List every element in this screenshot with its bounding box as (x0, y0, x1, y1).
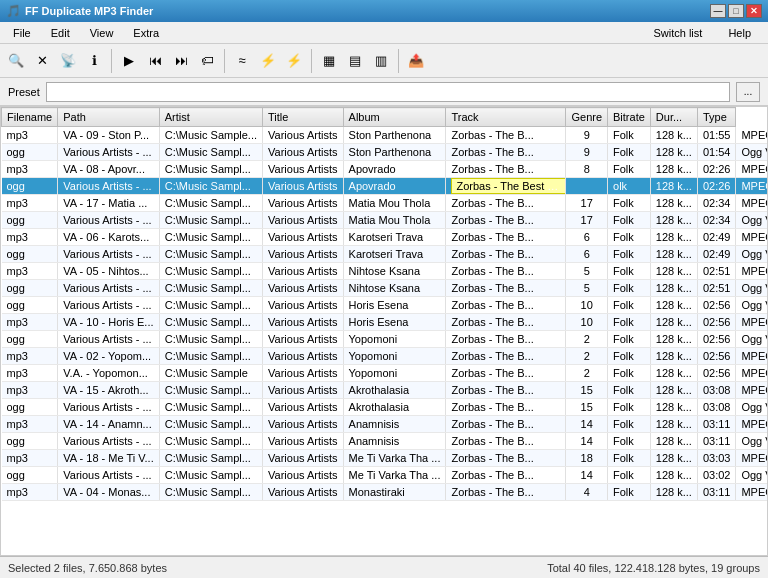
column-header-title[interactable]: Title (263, 108, 344, 127)
table-row[interactable]: oggVarious Artists - ...C:\Music Sampl..… (2, 433, 769, 450)
column-header-bitrate[interactable]: Bitrate (608, 108, 651, 127)
table-row[interactable]: mp3VA - 09 - Ston P...C:\Music Sample...… (2, 127, 769, 144)
column-header-dur[interactable]: Dur... (650, 108, 697, 127)
table-cell: Folk (608, 365, 651, 382)
column-header-album[interactable]: Album (343, 108, 446, 127)
table-cell: C:\Music Sampl... (159, 331, 262, 348)
table-row[interactable]: oggVarious Artists - ...C:\Music Sampl..… (2, 297, 769, 314)
table-cell: Yopomoni (343, 348, 446, 365)
table-row[interactable]: mp3VA - 14 - Anamn...C:\Music Sampl...Va… (2, 416, 769, 433)
table-row[interactable]: oggVarious Artists - ...C:\Music Sampl..… (2, 178, 769, 195)
table-cell: Apovrado (343, 161, 446, 178)
table-cell: 14 (566, 467, 608, 484)
toolbar-separator (224, 49, 225, 73)
table-cell: Zorbas - The B... (446, 484, 566, 501)
minimize-button[interactable]: — (710, 4, 726, 18)
menu-item-file[interactable]: File (4, 24, 40, 42)
table-cell: C:\Music Sample... (159, 127, 262, 144)
column-header-type[interactable]: Type (697, 108, 736, 127)
table-cell: MPEG (736, 348, 768, 365)
table-cell: 5 (566, 263, 608, 280)
preset-dropdown[interactable] (46, 82, 730, 102)
table-cell: mp3 (2, 416, 58, 433)
table-row[interactable]: oggVarious Artists - ...C:\Music Sampl..… (2, 246, 769, 263)
wave-btn[interactable]: ≈ (230, 49, 254, 73)
grid3-btn[interactable]: ▥ (369, 49, 393, 73)
table-cell: Folk (608, 382, 651, 399)
table-cell: Matia Mou Thola (343, 212, 446, 229)
table-cell: mp3 (2, 348, 58, 365)
column-header-artist[interactable]: Artist (159, 108, 262, 127)
table-cell: 02:56 (697, 314, 736, 331)
table-row[interactable]: oggVarious Artists - ...C:\Music Sampl..… (2, 280, 769, 297)
table-cell: 128 k... (650, 178, 697, 195)
table-cell: 128 k... (650, 280, 697, 297)
preset-btn[interactable]: ... (736, 82, 760, 102)
table-row[interactable]: oggVarious Artists - ...C:\Music Sampl..… (2, 399, 769, 416)
table-row[interactable]: mp3VA - 06 - Karots...C:\Music Sampl...V… (2, 229, 769, 246)
lightning1-btn[interactable]: ⚡ (256, 49, 280, 73)
close-button[interactable]: ✕ (746, 4, 762, 18)
maximize-button[interactable]: □ (728, 4, 744, 18)
play-btn[interactable]: ▶ (117, 49, 141, 73)
table-row[interactable]: mp3V.A. - Yopomon...C:\Music SampleVario… (2, 365, 769, 382)
table-row[interactable]: mp3VA - 17 - Matia ...C:\Music Sampl...V… (2, 195, 769, 212)
menu-item-view[interactable]: View (81, 24, 123, 42)
table-cell: Various Artists (263, 467, 344, 484)
table-cell: mp3 (2, 382, 58, 399)
table-row[interactable]: mp3VA - 04 - Monas...C:\Music Sampl...Va… (2, 484, 769, 501)
search-btn[interactable]: 🔍 (4, 49, 28, 73)
table-row[interactable]: mp3VA - 05 - Nihtos...C:\Music Sampl...V… (2, 263, 769, 280)
next-btn[interactable]: ⏭ (169, 49, 193, 73)
prev-btn[interactable]: ⏮ (143, 49, 167, 73)
table-cell: Zorbas - The B... (446, 433, 566, 450)
table-cell: Various Artists (263, 263, 344, 280)
table-row[interactable]: oggVarious Artists - ...C:\Music Sampl..… (2, 467, 769, 484)
lightning2-btn[interactable]: ⚡ (282, 49, 306, 73)
grid2-btn[interactable]: ▤ (343, 49, 367, 73)
table-cell: ogg (2, 331, 58, 348)
menu-item-switch-list[interactable]: Switch list (644, 24, 711, 42)
table-cell: 128 k... (650, 297, 697, 314)
export-btn[interactable]: 📤 (404, 49, 428, 73)
table-row[interactable]: oggVarious Artists - ...C:\Music Sampl..… (2, 212, 769, 229)
table-row[interactable]: mp3VA - 08 - Apovr...C:\Music Sampl...Va… (2, 161, 769, 178)
table-row[interactable]: oggVarious Artists - ...C:\Music Sampl..… (2, 144, 769, 161)
table-cell: 2 (566, 331, 608, 348)
menu-item-edit[interactable]: Edit (42, 24, 79, 42)
column-header-path[interactable]: Path (58, 108, 159, 127)
table-cell: Zorbas - The B... (446, 450, 566, 467)
app-title: FF Duplicate MP3 Finder (25, 5, 153, 17)
table-cell: Folk (608, 229, 651, 246)
grid1-btn[interactable]: ▦ (317, 49, 341, 73)
column-header-track[interactable]: Track (446, 108, 566, 127)
table-row[interactable]: oggVarious Artists - ...C:\Music Sampl..… (2, 331, 769, 348)
column-header-filename[interactable]: Filename (2, 108, 58, 127)
table-cell: C:\Music Sampl... (159, 297, 262, 314)
info-btn[interactable]: ℹ (82, 49, 106, 73)
scan-btn[interactable]: 📡 (56, 49, 80, 73)
table-row[interactable]: mp3VA - 02 - Yopom...C:\Music Sampl...Va… (2, 348, 769, 365)
table-cell: MPEG (736, 365, 768, 382)
table-cell: Various Artists - ... (58, 246, 159, 263)
table-row[interactable]: mp3VA - 18 - Me Ti V...C:\Music Sampl...… (2, 450, 769, 467)
table-cell: 17 (566, 195, 608, 212)
table-row[interactable]: mp3VA - 10 - Horis E...C:\Music Sampl...… (2, 314, 769, 331)
status-bar: Selected 2 files, 7.650.868 bytes Total … (0, 556, 768, 578)
table-cell: Various Artists (263, 450, 344, 467)
table-cell: Various Artists (263, 144, 344, 161)
table-row[interactable]: mp3VA - 15 - Akroth...C:\Music Sampl...V… (2, 382, 769, 399)
column-header-genre[interactable]: Genre (566, 108, 608, 127)
table-cell: Zorbas - The B... (446, 212, 566, 229)
table-cell: Various Artists (263, 127, 344, 144)
table-cell: Various Artists - ... (58, 280, 159, 297)
menu-item-extra[interactable]: Extra (124, 24, 168, 42)
table-cell: Various Artists (263, 348, 344, 365)
table-cell: C:\Music Sample (159, 365, 262, 382)
table-cell: Zorbas - The B... (446, 229, 566, 246)
menu-item-help[interactable]: Help (719, 24, 760, 42)
clear-btn[interactable]: ✕ (30, 49, 54, 73)
table-cell: Ogg V (736, 144, 768, 161)
table-cell: Ston Parthenona (343, 127, 446, 144)
tag-btn[interactable]: 🏷 (195, 49, 219, 73)
